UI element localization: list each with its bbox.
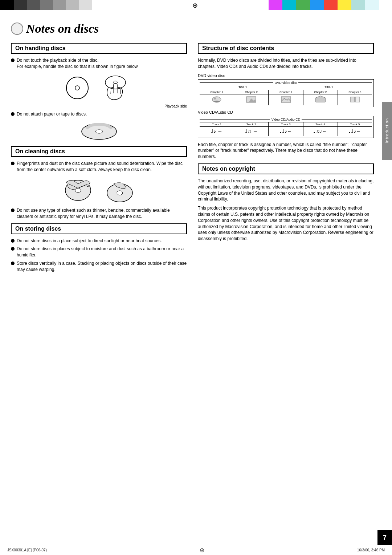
bullet-dot-5 — [11, 239, 15, 243]
svg-point-17 — [214, 97, 216, 100]
music-note-5: ♩♩♪～ — [338, 127, 372, 136]
page-number: 7 — [377, 530, 392, 545]
color-swatch-5 — [53, 0, 66, 10]
color-swatch-cyan — [282, 0, 296, 10]
right-column: Structure of disc contents Normally, DVD… — [198, 43, 374, 275]
chapter1-label: Chapter 1 — [200, 90, 234, 94]
svg-point-0 — [66, 77, 88, 99]
chapter5-label: Chapter 3 — [338, 90, 372, 94]
dvd-diagram-title: DVD video disc — [198, 73, 374, 78]
color-swatch-green — [296, 0, 310, 10]
svg-line-7 — [120, 88, 121, 94]
vcd-diagram-box: Video CD/Audio CD Track 1 Track 2 Track … — [198, 116, 374, 138]
copyright-body-1: The unauthorized recording, use, distrib… — [198, 178, 374, 202]
handling-bullet-1-text: Do not touch the playback side of the di… — [17, 57, 139, 70]
svg-marker-21 — [316, 96, 325, 102]
copyright-body-2: This product incorporates copyright prot… — [198, 205, 374, 242]
bullet-dot — [11, 58, 15, 62]
svg-point-15 — [117, 191, 123, 195]
color-swatch-red — [324, 0, 338, 10]
footer-right: 16/3/06, 3:46 PM — [357, 548, 385, 552]
chapter-image-3 — [281, 96, 291, 104]
footer: JSX00301A [E] (P06-07) ⊕ 16/3/06, 3:46 P… — [0, 545, 392, 555]
chapter-image-2 — [246, 96, 257, 104]
cleaning-discs-header: On cleaning discs — [11, 146, 187, 157]
crosshair-icon — [192, 1, 200, 9]
hand-holding-disc-icon — [97, 73, 134, 102]
left-column: On handling discs Do not touch the playb… — [11, 43, 187, 275]
structure-body-2: Each title, chapter or track is assigned… — [198, 142, 374, 160]
chapter3-label: Chapter 1 — [269, 90, 303, 94]
track4-label: Track 4 — [303, 122, 338, 126]
dvd-header-label: DVD video disc — [273, 81, 299, 85]
color-bar — [269, 0, 392, 10]
handling-discs-header: On handling discs — [11, 43, 187, 54]
bullet-dot-3 — [11, 162, 15, 165]
two-column-layout: On handling discs Do not touch the playb… — [11, 43, 374, 275]
chapter4-label: Chapter 2 — [303, 90, 338, 94]
color-swatch-7 — [79, 0, 92, 10]
storing-bullet-2: Do not store discs in places subject to … — [11, 246, 187, 258]
disc-circle-icon — [65, 75, 90, 101]
svg-line-6 — [111, 88, 111, 94]
music-note-4: ♩♫♪～ — [303, 127, 338, 136]
storing-bullet-2-text: Do not store discs in places subject to … — [17, 246, 187, 258]
svg-point-9 — [95, 130, 103, 133]
chapter2-label: Chapter 2 — [234, 90, 269, 94]
track1-label: Track 1 — [200, 122, 234, 126]
color-swatch-3 — [27, 0, 40, 10]
svg-rect-22 — [350, 97, 355, 102]
cleaning-bullet-2-text: Do not use any type of solvent such as t… — [17, 207, 187, 220]
track3-label: Track 3 — [269, 122, 303, 126]
playback-side-label: Playback side — [11, 104, 187, 108]
bullet-dot-4 — [11, 208, 15, 212]
top-center-crosshair — [123, 0, 269, 10]
chapter-image-1 — [211, 96, 222, 104]
section-tab-label: Introduction — [385, 118, 389, 143]
bullet-dot-7 — [11, 262, 15, 265]
section-tab: Introduction — [382, 102, 392, 160]
title1-label: Title 1 — [237, 85, 249, 89]
storing-bullet-3: Store discs vertically in a case. Stacki… — [11, 260, 187, 273]
main-content: Notes on discs On handling discs Do not … — [11, 22, 374, 533]
color-swatch-6 — [66, 0, 79, 10]
storing-discs-header: On storing discs — [11, 223, 187, 234]
color-swatch-purple — [269, 0, 282, 10]
top-color-bar — [0, 0, 392, 10]
music-note-3: ♩♩♪～ — [269, 127, 303, 136]
storing-bullet-1-text: Do not store discs in a place subject to… — [17, 238, 162, 244]
track5-label: Track 5 — [338, 122, 372, 126]
page-title: Notes on discs — [11, 22, 374, 36]
structure-body: Normally, DVD video discs are divided in… — [198, 57, 374, 70]
color-swatch-light-cyan — [365, 0, 379, 10]
bullet-dot-6 — [11, 247, 15, 251]
structure-header: Structure of disc contents — [198, 43, 374, 54]
handling-bullet-2: Do not attach paper or tape to discs. — [11, 111, 187, 117]
color-swatch-teal-light — [351, 0, 365, 10]
color-swatch-2 — [14, 0, 27, 10]
handling-illustration — [11, 73, 187, 102]
footer-crosshair-icon: ⊕ — [200, 547, 204, 554]
storing-bullet-1: Do not store discs in a place subject to… — [11, 238, 187, 244]
footer-center-crosshair: ⊕ — [200, 547, 204, 554]
handling-bullet-1: Do not touch the playback side of the di… — [11, 57, 187, 70]
storing-bullet-3-text: Store discs vertically in a case. Stacki… — [17, 260, 187, 273]
color-swatch-blue — [310, 0, 324, 10]
svg-point-2 — [105, 76, 126, 89]
bullet-dot-2 — [11, 112, 15, 116]
title-decoration-circle — [11, 23, 23, 35]
cleaning-disc-icon-1 — [61, 177, 95, 204]
handling-bullet-2-text: Do not attach paper or tape to discs. — [17, 111, 87, 117]
cleaning-disc-icon-2 — [103, 177, 137, 204]
music-note-1: ♩♪ ～ — [200, 127, 234, 136]
vcd-diagram-title: Video CD/Audio CD — [198, 110, 374, 114]
cleaning-bullet-2: Do not use any type of solvent such as t… — [11, 207, 187, 220]
disc-with-label-icon — [79, 121, 119, 142]
color-swatch-4 — [40, 0, 53, 10]
title2-label: Title 2 — [323, 85, 335, 89]
grayscale-bar — [0, 0, 123, 10]
footer-left: JSX00301A [E] (P06-07) — [7, 548, 47, 552]
color-swatch-yellow — [338, 0, 351, 10]
cleaning-bullet-1: Fingerprints and dust on the disc cause … — [11, 161, 187, 173]
copyright-header: Notes on copyright — [198, 163, 374, 174]
